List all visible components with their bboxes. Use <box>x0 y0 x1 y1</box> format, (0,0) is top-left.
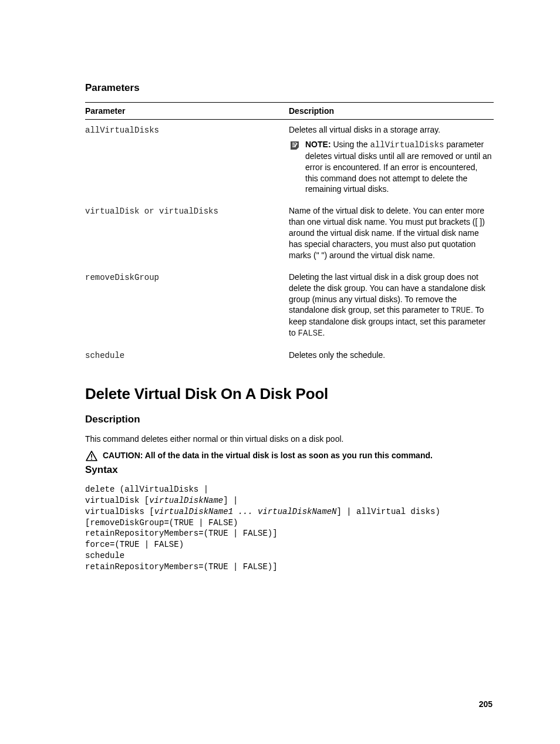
param-code2: FALSE <box>298 329 323 338</box>
note-icon <box>289 140 302 154</box>
caution-icon <box>85 450 99 464</box>
parameters-table: Parameter Description allVirtualDisks De… <box>85 102 494 367</box>
note-text: NOTE: Using the allVirtualDisks paramete… <box>305 139 492 195</box>
table-row: schedule Deletes only the schedule. <box>85 345 494 367</box>
param-name: virtualDisk or virtualDisks <box>85 207 218 216</box>
param-name: schedule <box>85 351 124 360</box>
svg-marker-0 <box>291 141 299 150</box>
col-parameter: Parameter <box>85 103 289 120</box>
svg-point-3 <box>91 458 92 459</box>
syntax-code: delete (allVirtualDisks | virtualDisk [v… <box>85 484 492 573</box>
table-row: virtualDisk or virtualDisks Name of the … <box>85 201 494 266</box>
page-number: 205 <box>479 699 492 709</box>
syntax-heading: Syntax <box>85 464 492 476</box>
param-name: removeDiskGroup <box>85 273 159 282</box>
caution-box: CAUTION: All of the data in the virtual … <box>85 451 492 464</box>
param-desc: Deletes all virtual disks in a storage a… <box>289 125 440 134</box>
parameters-heading: Parameters <box>85 82 492 94</box>
note-label: NOTE: <box>305 140 333 149</box>
table-row: removeDiskGroup Deleting the last virtua… <box>85 267 494 345</box>
note-box: NOTE: Using the allVirtualDisks paramete… <box>289 139 492 195</box>
note-code: allVirtualDisks <box>370 140 444 150</box>
note-pre: Using the <box>333 140 370 149</box>
param-desc: Name of the virtual disk to delete. You … <box>289 206 485 260</box>
param-code1: TRUE <box>451 306 471 315</box>
table-row: allVirtualDisks Deletes all virtual disk… <box>85 120 494 201</box>
description-heading: Description <box>85 414 492 425</box>
param-name: allVirtualDisks <box>85 126 159 135</box>
param-desc: Deletes only the schedule. <box>289 350 385 360</box>
topic-heading: Delete Virtual Disk On A Disk Pool <box>85 385 492 403</box>
col-description: Description <box>289 103 494 120</box>
caution-text: CAUTION: All of the data in the virtual … <box>103 451 433 460</box>
description-body: This command deletes either normal or th… <box>85 434 492 445</box>
param-desc-post: . <box>323 328 325 337</box>
